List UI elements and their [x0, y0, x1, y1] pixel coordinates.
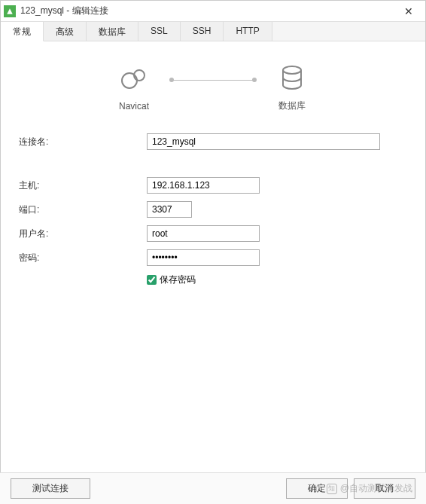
- tab-ssh[interactable]: SSH: [181, 22, 224, 41]
- ok-button[interactable]: 确定: [286, 478, 348, 499]
- password-input[interactable]: [147, 249, 260, 266]
- close-button[interactable]: ✕: [398, 4, 419, 19]
- tab-database[interactable]: 数据库: [87, 22, 138, 41]
- database-icon: [277, 63, 307, 95]
- database-label: 数据库: [278, 99, 306, 112]
- navicat-icon: [119, 64, 149, 96]
- app-icon: [4, 5, 16, 17]
- tab-strip: 常规 高级 数据库 SSL SSH HTTP: [1, 22, 425, 41]
- connector-line: [172, 80, 254, 81]
- cancel-button[interactable]: 取消: [354, 478, 415, 499]
- tab-http[interactable]: HTTP: [224, 22, 272, 41]
- tab-ssl[interactable]: SSL: [138, 22, 181, 41]
- save-password-checkbox[interactable]: [147, 275, 157, 285]
- conn-name-input[interactable]: [147, 133, 380, 150]
- navicat-label: Navicat: [119, 101, 149, 111]
- user-input[interactable]: [147, 225, 260, 242]
- pass-label: 密码:: [19, 252, 147, 264]
- port-label: 端口:: [19, 203, 147, 216]
- user-label: 用户名:: [19, 228, 147, 240]
- port-input[interactable]: [147, 201, 192, 218]
- window-title: 123_mysql - 编辑连接: [20, 5, 398, 17]
- host-label: 主机:: [19, 179, 147, 192]
- tab-advanced[interactable]: 高级: [44, 22, 87, 41]
- tab-general[interactable]: 常规: [1, 22, 44, 41]
- svg-point-2: [283, 66, 301, 74]
- test-connection-button[interactable]: 测试连接: [11, 478, 90, 499]
- host-input[interactable]: [147, 177, 260, 194]
- conn-name-label: 连接名:: [19, 136, 147, 148]
- save-password-label: 保存密码: [160, 273, 196, 286]
